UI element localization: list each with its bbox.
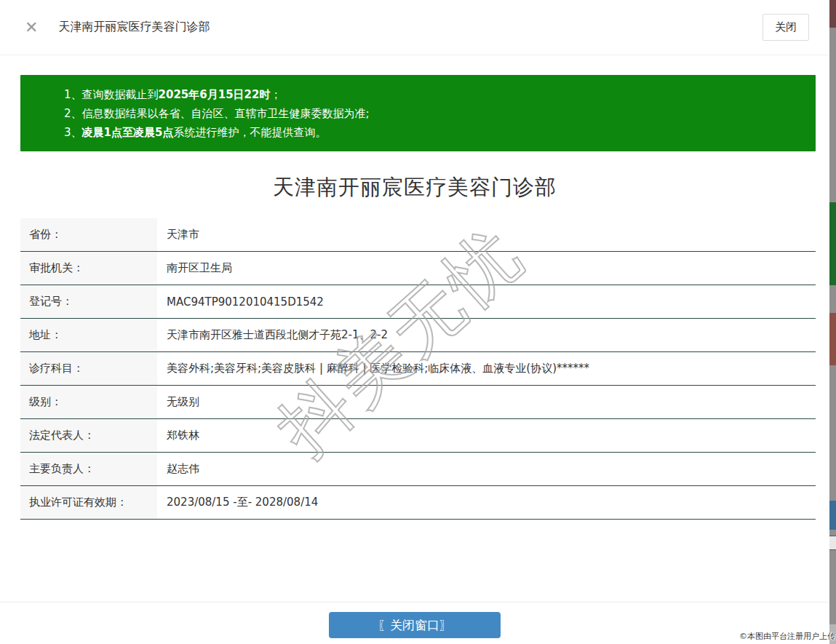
table-row-person-in-charge: 主要负责人： 赵志伟	[20, 453, 816, 486]
scrollbar[interactable]	[829, 0, 836, 644]
footer-bar: 〖关闭窗口〗	[0, 602, 829, 644]
close-x-icon[interactable]: ✕	[25, 20, 38, 36]
row-label: 执业许可证有效期：	[20, 486, 157, 519]
row-label: 省份：	[20, 218, 157, 251]
table-row-medical-subjects: 诊疗科目： 美容外科;美容牙科;美容皮肤科 | 麻醉科 | 医学检验科;临床体液…	[20, 352, 816, 386]
row-value: 天津市	[157, 218, 816, 251]
row-label: 级别：	[20, 386, 157, 418]
row-value: 郑铁林	[157, 419, 816, 452]
table-row-approval-authority: 审批机关： 南开区卫生局	[20, 252, 816, 285]
table-row-level: 级别： 无级别	[20, 386, 816, 419]
notice-line-2: 2、信息数据结果以各省、自治区、直辖市卫生健康委数据为准;	[64, 104, 801, 123]
row-label: 主要负责人：	[20, 453, 157, 485]
table-row-address: 地址： 天津市南开区雅士道西段北侧才子苑2-1、2-2	[20, 319, 816, 352]
table-row-legal-representative: 法定代表人： 郑铁林	[20, 419, 816, 453]
window-header: ✕ 天津南开丽宸医疗美容门诊部 关闭	[0, 0, 829, 55]
page-title: 天津南开丽宸医疗美容门诊部	[0, 173, 829, 202]
close-window-button[interactable]: 〖关闭窗口〗	[329, 612, 501, 638]
notice-banner: 1、查询数据截止到2025年6月15日22时； 2、信息数据结果以各省、自治区、…	[20, 75, 816, 151]
row-label: 审批机关：	[20, 252, 157, 285]
notice-line-3: 3、凌晨1点至凌晨5点系统进行维护，不能提供查询。	[64, 123, 801, 142]
row-value: 天津市南开区雅士道西段北侧才子苑2-1、2-2	[157, 319, 816, 351]
row-value: MAC94TP9012010415D1542	[157, 285, 816, 318]
row-value: 美容外科;美容牙科;美容皮肤科 | 麻醉科 | 医学检验科;临床体液、血液专业(…	[157, 352, 816, 385]
copyright-stamp: ©本图由平台注册用户上传	[739, 631, 835, 642]
row-label: 登记号：	[20, 285, 157, 318]
table-row-registration-number: 登记号： MAC94TP9012010415D1542	[20, 285, 816, 319]
row-value: 赵志伟	[157, 453, 816, 485]
edge-fragment	[829, 0, 836, 28]
edge-fragment	[829, 501, 836, 530]
row-value: 无级别	[157, 386, 816, 418]
table-row-license-validity: 执业许可证有效期： 2023/08/15 -至- 2028/08/14	[20, 486, 816, 520]
detail-table: 省份： 天津市 审批机关： 南开区卫生局 登记号： MAC94TP9012010…	[20, 218, 816, 520]
edge-fragment	[829, 202, 836, 285]
window-title: 天津南开丽宸医疗美容门诊部	[58, 20, 210, 35]
row-label: 诊疗科目：	[20, 352, 157, 385]
row-value: 南开区卫生局	[157, 252, 816, 285]
row-label: 地址：	[20, 319, 157, 351]
table-row-province: 省份： 天津市	[20, 218, 816, 252]
close-button[interactable]: 关闭	[763, 14, 809, 41]
row-value: 2023/08/15 -至- 2028/08/14	[157, 486, 816, 519]
edge-fragment	[829, 313, 836, 365]
edge-fragment	[829, 536, 836, 550]
notice-line-1: 1、查询数据截止到2025年6月15日22时；	[64, 85, 801, 104]
row-label: 法定代表人：	[20, 419, 157, 452]
